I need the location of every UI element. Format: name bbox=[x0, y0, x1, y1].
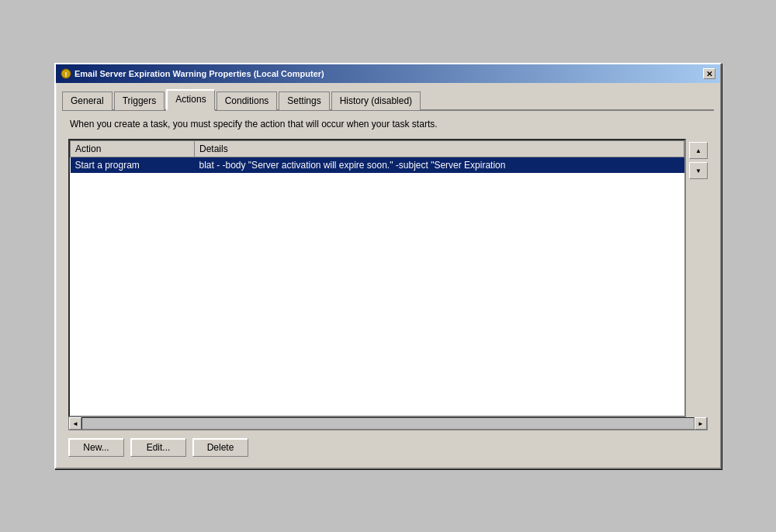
table-container: Action Details Start a program blat - -b… bbox=[68, 139, 708, 417]
title-bar: ! Email Server Expiration Warning Proper… bbox=[56, 64, 720, 83]
window-title: Email Server Expiration Warning Properti… bbox=[74, 69, 324, 78]
edit-button[interactable]: Edit... bbox=[130, 438, 186, 457]
table-scroll-area[interactable]: Action Details Start a program blat - -b… bbox=[70, 140, 684, 416]
scroll-right-button[interactable]: ► bbox=[695, 417, 707, 430]
tab-general[interactable]: General bbox=[62, 92, 113, 110]
title-bar-left: ! Email Server Expiration Warning Proper… bbox=[61, 68, 324, 79]
scroll-down-button[interactable]: ▼ bbox=[689, 162, 708, 179]
column-header-action: Action bbox=[71, 141, 195, 157]
cell-action: Start a program bbox=[71, 157, 195, 174]
tab-actions[interactable]: Actions bbox=[166, 89, 214, 111]
horizontal-scroll-bar: ◄ ► bbox=[68, 417, 708, 430]
table-area: Action Details Start a program blat - -b… bbox=[68, 139, 686, 417]
tab-history[interactable]: History (disabled) bbox=[331, 92, 421, 110]
new-button[interactable]: New... bbox=[68, 438, 124, 457]
tab-triggers[interactable]: Triggers bbox=[114, 92, 165, 110]
main-window: ! Email Server Expiration Warning Proper… bbox=[54, 63, 722, 469]
tab-bar: General Triggers Actions Conditions Sett… bbox=[62, 88, 714, 111]
tab-conditions[interactable]: Conditions bbox=[217, 92, 278, 110]
window-icon: ! bbox=[61, 68, 71, 79]
close-button[interactable]: ✕ bbox=[703, 68, 715, 79]
scroll-up-button[interactable]: ▲ bbox=[689, 142, 708, 159]
svg-text:!: ! bbox=[65, 71, 68, 78]
delete-button[interactable]: Delete bbox=[192, 438, 248, 457]
column-header-details: Details bbox=[195, 141, 684, 157]
scroll-left-button[interactable]: ◄ bbox=[69, 417, 81, 430]
table-row[interactable]: Start a program blat - -body "Server act… bbox=[71, 157, 684, 174]
description-text: When you create a task, you must specify… bbox=[70, 119, 706, 130]
action-buttons-row: New... Edit... Delete bbox=[68, 438, 708, 457]
window-content: General Triggers Actions Conditions Sett… bbox=[56, 83, 720, 468]
tab-settings[interactable]: Settings bbox=[279, 92, 329, 110]
actions-table: Action Details Start a program blat - -b… bbox=[70, 140, 684, 173]
vertical-scroll-controls: ▲ ▼ bbox=[689, 142, 708, 417]
scroll-track[interactable] bbox=[81, 417, 695, 430]
cell-details: blat - -body "Server activation will exp… bbox=[195, 157, 684, 174]
